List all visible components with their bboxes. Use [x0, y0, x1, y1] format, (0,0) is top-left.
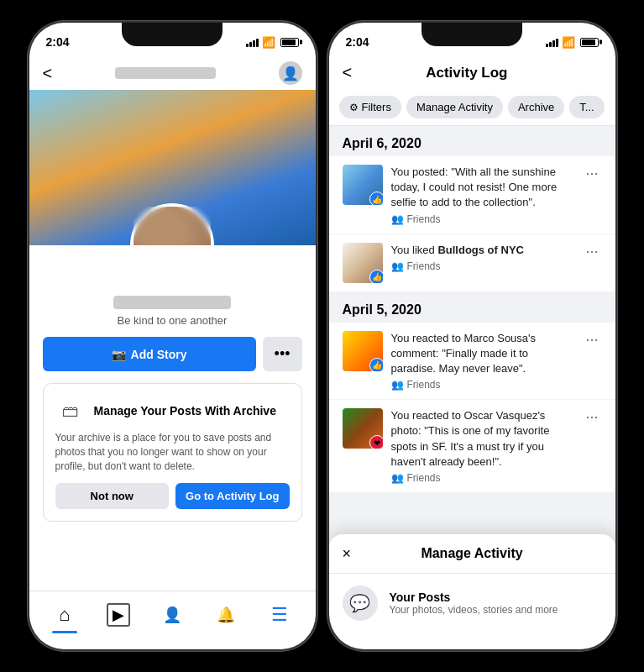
activity-thumbnail: 👍 — [343, 243, 383, 283]
nav-person[interactable]: 👤 — [152, 598, 192, 632]
activity-thumbnail: ❤ — [343, 408, 383, 449]
archive-card-title: Manage Your Posts With Archive — [94, 404, 276, 417]
left-phone: 2:04 📶 < — [28, 21, 317, 651]
activity-thumbnail: 👍 — [343, 331, 383, 371]
date-header-april5: April 5, 2020 — [329, 292, 615, 323]
activity-item: 👍 You posted: "With all the sunshine tod… — [329, 156, 615, 234]
more-options-icon[interactable]: ··· — [582, 165, 601, 182]
activity-item-text: You reacted to Oscar Vasquez's photo: "T… — [391, 408, 574, 484]
profile-info: Be kind to one another — [29, 296, 316, 327]
profile-bio: Be kind to one another — [43, 314, 302, 327]
activity-description: You reacted to Marco Sousa's comment: "F… — [391, 331, 574, 377]
sheet-header: × Manage Activity — [329, 534, 615, 574]
more-options-button[interactable]: ••• — [263, 337, 302, 371]
time-right: 2:04 — [346, 35, 369, 49]
status-icons-left: 📶 — [246, 36, 299, 49]
bottom-nav-left: ⌂ ▶ 👤 🔔 ☰ — [29, 591, 316, 649]
more-options-icon[interactable]: ··· — [582, 243, 601, 260]
back-button-right[interactable]: < — [343, 63, 353, 82]
activity-audience: 👥 Friends — [391, 379, 574, 391]
archive-card-header: 🗃 Manage Your Posts With Archive — [55, 396, 290, 426]
add-story-row: 📷 Add Story ••• — [29, 337, 316, 371]
camera-icon: 📷 — [112, 348, 126, 361]
profile-nav-header: < 👤 — [29, 56, 316, 90]
activity-item: 👍 You liked Bulldogs of NYC 👥 Friends ··… — [329, 234, 615, 292]
not-now-button[interactable]: Not now — [55, 483, 170, 509]
home-icon: ⌂ — [59, 604, 70, 626]
nav-menu[interactable]: ☰ — [259, 598, 300, 632]
love-badge: ❤ — [369, 435, 383, 449]
chat-icon: 💬 — [343, 585, 378, 621]
more-options-icon[interactable]: ··· — [582, 408, 601, 426]
activity-item: ❤ You reacted to Oscar Vasquez's photo: … — [329, 400, 615, 493]
activity-log-title: Activity Log — [352, 65, 581, 81]
archive-icon: 🗃 — [55, 396, 86, 426]
activity-item-text: You liked Bulldogs of NYC 👥 Friends — [391, 243, 574, 272]
sheet-item-desc: Your photos, videos, stories and more — [390, 604, 558, 616]
time-left: 2:04 — [46, 35, 70, 49]
cover-photo — [29, 90, 316, 245]
activity-audience: 👥 Friends — [391, 260, 574, 272]
battery-icon-right — [580, 38, 599, 47]
activity-item-text: You posted: "With all the sunshine today… — [391, 165, 574, 225]
avatar-blur — [134, 207, 211, 245]
nav-home[interactable]: ⌂ — [45, 598, 85, 632]
activity-audience: 👥 Friends — [391, 213, 574, 225]
filter-sliders-icon: ⚙ — [349, 102, 359, 113]
activity-thumbnail: 👍 — [343, 165, 383, 205]
back-button-left[interactable]: < — [43, 64, 53, 83]
filter-tabs: ⚙ Filters Manage Activity Archive T... — [329, 89, 615, 126]
person-icon: 👤 — [163, 606, 181, 624]
archive-card: 🗃 Manage Your Posts With Archive Your ar… — [43, 383, 302, 522]
sheet-item-text: Your Posts Your photos, videos, stories … — [390, 591, 558, 616]
user-icon[interactable]: 👤 — [279, 61, 302, 85]
sheet-item-title: Your Posts — [390, 591, 558, 604]
go-to-activity-log-button[interactable]: Go to Activity Log — [175, 483, 290, 509]
like-badge: 👍 — [369, 192, 383, 205]
avatar-image — [134, 207, 211, 245]
wifi-icon-right: 📶 — [562, 36, 575, 49]
wifi-icon: 📶 — [262, 36, 275, 49]
add-story-button[interactable]: 📷 Add Story — [43, 337, 256, 371]
filter-tab-manage-activity[interactable]: Manage Activity — [406, 96, 503, 118]
archive-card-description: Your archive is a place for you to save … — [55, 431, 290, 473]
bell-icon: 🔔 — [217, 606, 235, 624]
activity-description: You posted: "With all the sunshine today… — [391, 165, 574, 211]
left-phone-screen: 2:04 📶 < — [29, 23, 316, 649]
activity-audience: 👥 Friends — [391, 472, 574, 484]
nav-video[interactable]: ▶ — [98, 598, 139, 632]
like-badge: 👍 — [369, 358, 383, 371]
signal-icon — [246, 37, 259, 47]
activity-description: You reacted to Oscar Vasquez's photo: "T… — [391, 408, 574, 470]
like-badge: 👍 — [369, 270, 383, 283]
status-icons-right: 📶 — [546, 36, 599, 49]
display-name-blurred — [113, 296, 231, 309]
activity-log-header: < Activity Log — [329, 56, 615, 89]
filter-tab-archive[interactable]: Archive — [508, 96, 564, 118]
manage-activity-sheet: × Manage Activity 💬 Your Posts Your phot… — [329, 534, 615, 649]
filter-tab-filters[interactable]: ⚙ Filters — [339, 96, 401, 118]
status-bar-left: 2:04 📶 — [29, 23, 316, 56]
menu-icon: ☰ — [271, 604, 288, 626]
close-button[interactable]: × — [343, 545, 352, 563]
battery-icon — [280, 38, 299, 47]
archive-card-buttons: Not now Go to Activity Log — [55, 483, 290, 509]
activity-description: You liked Bulldogs of NYC — [391, 243, 574, 258]
right-phone: 2:04 📶 < Activity Log — [327, 21, 617, 651]
nav-bell[interactable]: 🔔 — [206, 598, 246, 632]
more-options-icon[interactable]: ··· — [582, 331, 601, 349]
date-header-april6: April 6, 2020 — [329, 126, 615, 156]
signal-icon-right — [546, 37, 558, 47]
video-icon: ▶ — [107, 603, 130, 627]
profile-name-blurred — [115, 67, 216, 79]
sheet-item-your-posts[interactable]: 💬 Your Posts Your photos, videos, storie… — [329, 574, 615, 633]
activity-item: 👍 You reacted to Marco Sousa's comment: … — [329, 323, 615, 401]
avatar[interactable] — [130, 203, 214, 245]
filter-tab-trash[interactable]: T... — [569, 96, 604, 118]
activity-content: April 6, 2020 👍 You posted: "With all th… — [329, 126, 615, 493]
sheet-title: Manage Activity — [421, 546, 522, 561]
status-bar-right: 2:04 📶 — [329, 23, 615, 56]
add-story-label: Add Story — [131, 348, 187, 361]
right-phone-screen: 2:04 📶 < Activity Log — [329, 23, 615, 649]
activity-item-text: You reacted to Marco Sousa's comment: "F… — [391, 331, 574, 391]
